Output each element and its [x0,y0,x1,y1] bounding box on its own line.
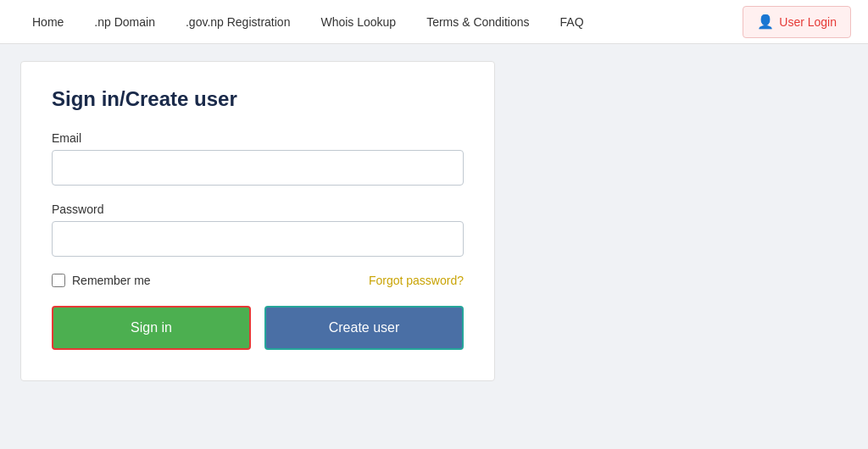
password-label: Password [52,202,464,216]
user-login-button[interactable]: 👤 User Login [743,6,851,38]
password-group: Password [52,202,464,257]
user-login-label: User Login [779,15,837,29]
remember-label: Remember me [72,274,151,287]
password-input[interactable] [52,221,464,257]
email-label: Email [52,131,464,145]
user-icon: 👤 [757,14,774,30]
nav-item-home[interactable]: Home [17,0,79,44]
nav-item-np-domain[interactable]: .np Domain [79,0,170,44]
buttons-row: Sign in Create user [52,306,464,350]
nav-item-gov-np[interactable]: .gov.np Registration [170,0,305,44]
form-title: Sign in/Create user [52,87,464,111]
signin-form-card: Sign in/Create user Email Password Remem… [20,61,495,381]
remember-left: Remember me [52,274,151,287]
nav-items: Home .np Domain .gov.np Registration Who… [17,0,743,44]
remember-row: Remember me Forgot password? [52,274,464,287]
nav-item-whois[interactable]: Whois Lookup [305,0,411,44]
nav-item-faq[interactable]: FAQ [545,0,599,44]
create-user-button[interactable]: Create user [264,306,464,350]
email-input[interactable] [52,150,464,186]
main-container: Sign in/Create user Email Password Remem… [0,44,868,449]
remember-checkbox[interactable] [52,274,65,287]
signin-button[interactable]: Sign in [52,306,251,350]
email-group: Email [52,131,464,186]
forgot-password-link[interactable]: Forgot password? [369,274,464,287]
nav-item-terms[interactable]: Terms & Conditions [411,0,544,44]
main-nav: Home .np Domain .gov.np Registration Who… [0,0,868,44]
